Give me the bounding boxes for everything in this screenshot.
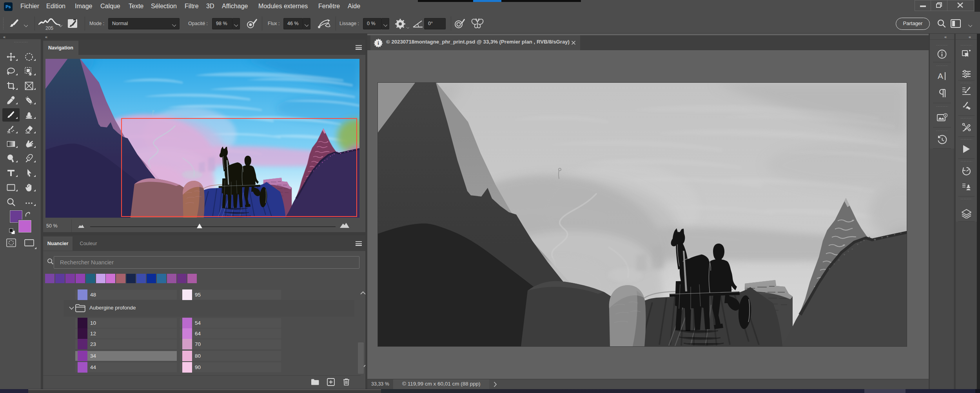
svg-text:i: i: [377, 40, 379, 46]
svg-text:A: A: [938, 71, 943, 80]
